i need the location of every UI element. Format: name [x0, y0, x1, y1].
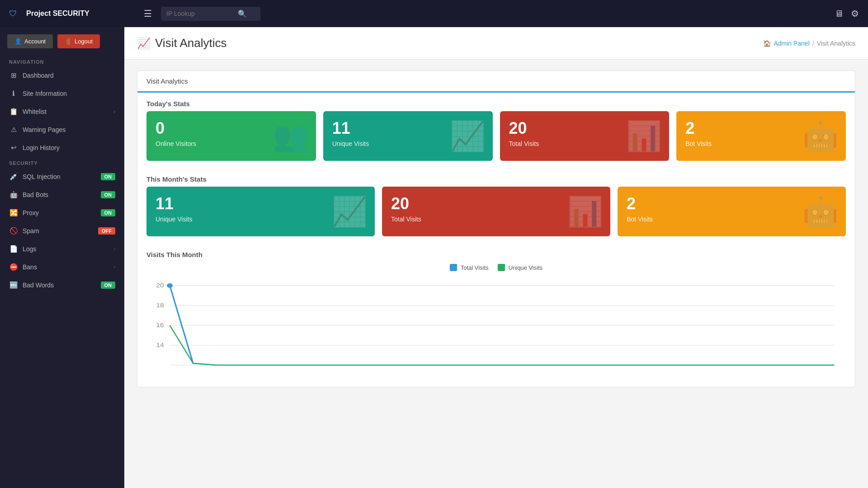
monitor-icon[interactable]: 🖥: [835, 9, 844, 19]
logout-icon: 🚪: [65, 38, 72, 45]
svg-text:18: 18: [156, 302, 164, 309]
sidebar-item-bad-words[interactable]: 🔤 Bad Words ON: [0, 276, 124, 294]
svg-point-9: [167, 283, 173, 288]
sidebar-item-proxy[interactable]: 🔀 Proxy ON: [0, 204, 124, 222]
sidebar-item-bans[interactable]: ⛔ Bans ›: [0, 258, 124, 276]
bot-visits-today-bg-icon: 🤖: [802, 119, 839, 153]
bad-bots-icon: 🤖: [9, 191, 18, 199]
login-history-icon: ↩: [9, 144, 18, 152]
monthly-stats-grid: 11 Unique Visits 📈 20 Total Visits 📊 2 B…: [137, 187, 855, 244]
sidebar-item-site-information[interactable]: ℹ Site Information: [0, 84, 124, 103]
main-content: 📈 Visit Analytics 🏠 Admin Panel / Visit …: [124, 27, 868, 488]
unique-visits-today-bg-icon: 📈: [449, 119, 486, 153]
nav-section-label: NAVIGATION: [0, 56, 124, 66]
brand-icon: 🛡: [9, 9, 17, 19]
breadcrumb-separator: /: [812, 40, 814, 47]
content-area: Visit Analytics Today's Stats 0 Online V…: [124, 60, 868, 411]
legend-total-visits: Total Visits: [450, 264, 489, 271]
total-visits-month-bg-icon: 📊: [567, 195, 603, 229]
sidebar-item-bad-bots[interactable]: 🤖 Bad Bots ON: [0, 186, 124, 204]
unique-visits-month-card: 11 Unique Visits 📈: [146, 187, 375, 236]
analytics-section-card: Visit Analytics Today's Stats 0 Online V…: [137, 70, 855, 387]
settings-icon[interactable]: ⚙: [851, 8, 859, 19]
dashboard-icon: ⊞: [9, 71, 18, 80]
legend-unique-dot: [498, 264, 505, 271]
svg-text:14: 14: [156, 342, 164, 348]
search-input[interactable]: [166, 10, 234, 17]
legend-total-dot: [450, 264, 457, 271]
page-title-icon: 📈: [137, 37, 151, 50]
legend-unique-visits: Unique Visits: [498, 264, 543, 271]
bot-visits-month-bg-icon: 🤖: [802, 195, 839, 229]
sql-injection-badge: ON: [101, 173, 116, 180]
chart-title: Visits This Month: [137, 244, 855, 262]
account-button[interactable]: 👤 Account: [7, 34, 53, 48]
page-title: 📈 Visit Analytics: [137, 36, 226, 50]
visits-chart: 20 18 16 14: [146, 277, 846, 376]
sidebar-item-login-history[interactable]: ↩ Login History: [0, 139, 124, 157]
hamburger-icon[interactable]: ☰: [144, 8, 152, 19]
unique-visits-month-bg-icon: 📈: [331, 195, 368, 229]
site-information-icon: ℹ: [9, 89, 18, 98]
bans-arrow: ›: [113, 264, 115, 270]
sidebar-item-spam[interactable]: 🚫 Spam OFF: [0, 222, 124, 240]
monthly-stats-title: This Month's Stats: [137, 168, 855, 187]
analytics-section-header: Visit Analytics: [137, 71, 855, 93]
proxy-icon: 🔀: [9, 209, 18, 217]
sidebar-item-whitelist[interactable]: 📋 Whitelist ›: [0, 103, 124, 121]
bad-bots-badge: ON: [101, 191, 116, 198]
online-visitors-card: 0 Online Visitors 👥: [146, 111, 316, 161]
brand-name: Project SECURITY: [26, 9, 135, 18]
logout-button[interactable]: 🚪 Logout: [57, 34, 100, 48]
sidebar-item-logs[interactable]: 📄 Logs ›: [0, 240, 124, 258]
bot-visits-today-card: 2 Bot Visits 🤖: [676, 111, 846, 161]
sidebar: 👤 Account 🚪 Logout NAVIGATION ⊞ Dashboar…: [0, 27, 124, 488]
proxy-badge: ON: [101, 209, 116, 216]
logs-arrow: ›: [113, 246, 115, 252]
total-visits-today-card: 20 Total Visits 📊: [500, 111, 670, 161]
topbar-right: 🖥 ⚙: [835, 8, 859, 19]
topbar: 🛡 Project SECURITY ☰ 🔍 🖥 ⚙: [0, 0, 868, 27]
breadcrumb-home-icon: 🏠: [763, 40, 771, 47]
logs-icon: 📄: [9, 245, 18, 253]
bans-icon: ⛔: [9, 263, 18, 271]
breadcrumb-home-link[interactable]: Admin Panel: [774, 40, 809, 47]
sidebar-item-sql-injection[interactable]: 💉 SQL Injection ON: [0, 168, 124, 186]
sql-injection-icon: 💉: [9, 173, 18, 181]
warning-pages-icon: ⚠: [9, 126, 18, 134]
bad-words-badge: ON: [101, 282, 116, 289]
search-bar: 🔍: [161, 7, 260, 21]
page-header: 📈 Visit Analytics 🏠 Admin Panel / Visit …: [124, 27, 868, 60]
search-icon: 🔍: [238, 9, 247, 18]
total-visits-today-bg-icon: 📊: [626, 119, 662, 153]
total-visits-month-card: 20 Total Visits 📊: [382, 187, 610, 236]
whitelist-arrow: ›: [113, 108, 115, 115]
chart-legend: Total Visits Unique Visits: [137, 262, 855, 277]
svg-text:16: 16: [156, 322, 164, 328]
svg-text:20: 20: [156, 282, 164, 289]
online-visitors-bg-icon: 👥: [273, 119, 309, 153]
todays-stats-title: Today's Stats: [137, 93, 855, 111]
spam-icon: 🚫: [9, 227, 18, 235]
chart-area: 20 18 16 14: [137, 277, 855, 387]
sidebar-buttons: 👤 Account 🚪 Logout: [0, 34, 124, 56]
unique-visits-today-card: 11 Unique Visits 📈: [323, 111, 493, 161]
spam-badge: OFF: [98, 227, 115, 235]
whitelist-icon: 📋: [9, 108, 18, 116]
breadcrumb-current: Visit Analytics: [817, 40, 855, 47]
bot-visits-month-card: 2 Bot Visits 🤖: [618, 187, 846, 236]
todays-stats-grid: 0 Online Visitors 👥 11 Unique Visits 📈 2…: [137, 111, 855, 168]
account-icon: 👤: [14, 38, 22, 45]
security-section-label: SECURITY: [0, 157, 124, 168]
sidebar-item-dashboard[interactable]: ⊞ Dashboard: [0, 66, 124, 84]
sidebar-item-warning-pages[interactable]: ⚠ Warning Pages: [0, 121, 124, 139]
breadcrumb: 🏠 Admin Panel / Visit Analytics: [763, 40, 855, 47]
bad-words-icon: 🔤: [9, 281, 18, 289]
